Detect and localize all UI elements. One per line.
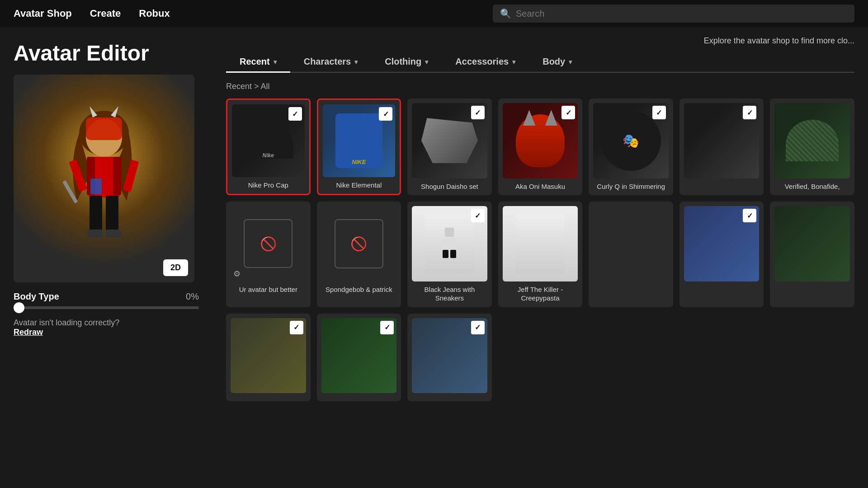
tab-accessories[interactable]: Accessories ▾	[442, 52, 529, 73]
item-name-oni: Aka Oni Masuku	[515, 182, 565, 191]
page-title: Avatar Editor	[14, 41, 199, 66]
item-check-badge: ✓	[561, 106, 575, 119]
nav-avatar-shop[interactable]: Avatar Shop	[14, 8, 72, 19]
item-card-row3-4[interactable]: ✓	[317, 314, 401, 402]
item-thumb-curly: 🎭 ✓	[593, 103, 669, 178]
body-type-slider[interactable]	[14, 306, 199, 309]
item-thumb-row2-6	[593, 206, 669, 282]
chevron-down-icon: ▾	[354, 58, 358, 66]
item-name-black-jeans: Black Jeans with Sneakers	[412, 285, 487, 303]
item-thumb-row3-5: ✓	[412, 318, 487, 394]
item-check-badge: ✓	[471, 321, 485, 334]
search-bar: 🔍	[493, 5, 854, 23]
item-card-shogun-daisho[interactable]: ✓ Shogun Daisho set	[407, 99, 492, 195]
item-thumb-nike-elemental: ✓	[323, 104, 396, 177]
svg-rect-16	[445, 228, 454, 237]
svg-rect-15	[90, 178, 102, 194]
item-card-black-jeans[interactable]: ✓ Black Jeans with Sneakers	[407, 202, 492, 307]
item-card-aka-oni[interactable]: ✓ Aka Oni Masuku	[498, 99, 583, 195]
item-thumb-row3-3: ✓	[231, 318, 306, 394]
item-card-ur-avatar[interactable]: 🚫 ⚙ Ur avatar but better	[226, 202, 311, 307]
slider-thumb[interactable]	[14, 302, 24, 313]
body-type-label: Body Type	[14, 291, 59, 302]
item-name-nike-pro-cap: Nike Pro Cap	[248, 181, 288, 190]
tab-clothing[interactable]: Clothing ▾	[371, 52, 442, 73]
svg-rect-18	[443, 250, 448, 258]
chevron-down-icon: ▾	[425, 58, 428, 66]
oni-image	[516, 114, 565, 167]
item-thumb-verified	[774, 103, 850, 178]
item-check-badge: ✓	[379, 107, 392, 121]
item-thumb-shogun: ✓	[412, 103, 487, 178]
redraw-link[interactable]: Redraw	[14, 328, 43, 337]
item-name-spongebob: Spondgebob & patrick	[326, 285, 392, 294]
item-name-jeff: Jeff The Killer - Creepypasta	[503, 285, 578, 303]
body-type-section: Body Type 0%	[14, 291, 199, 309]
item-card-row3-3[interactable]: ✓	[226, 314, 311, 402]
shogun-image	[421, 118, 478, 163]
unavail-image: 🚫	[244, 219, 292, 268]
item-thumb-row3-2	[774, 206, 850, 282]
chevron-down-icon: ▾	[512, 58, 515, 66]
item-check-badge: ✓	[743, 209, 756, 222]
svg-rect-8	[90, 196, 102, 232]
avatar-preview: 2D	[14, 75, 194, 282]
item-name-verified: Verified, Bonafide,	[785, 182, 840, 191]
item-card-row3-2[interactable]	[770, 202, 854, 307]
item-check-badge: ✓	[288, 107, 302, 121]
blackjeans-image	[425, 214, 474, 274]
plaid-cap-image	[786, 120, 839, 161]
item-card-jeff-killer[interactable]: Jeff The Killer - Creepypasta	[498, 202, 583, 307]
explore-text: Explore the avatar shop to find more clo…	[226, 36, 854, 46]
search-input[interactable]	[516, 9, 847, 19]
svg-rect-11	[105, 230, 121, 238]
left-panel: Avatar Editor	[0, 27, 212, 488]
item-card-nike-pro-cap[interactable]: ✓ Nike Pro Cap	[226, 99, 311, 195]
item-name-ur-avatar: Ur avatar but better	[239, 285, 297, 294]
item-card-nike-elemental[interactable]: ✓ Nike Elemental	[317, 99, 401, 195]
item-card-row2-6[interactable]	[589, 202, 673, 307]
jeff-image	[516, 214, 565, 274]
filter-tabs: Recent ▾ Characters ▾ Clothing ▾ Accesso…	[226, 52, 854, 73]
item-check-badge: ✓	[471, 106, 485, 119]
avatar-svg	[54, 93, 154, 264]
item-card-curly-shimmering[interactable]: 🎭 ✓ Curly Q in Shimmering	[589, 99, 673, 195]
right-panel: Explore the avatar shop to find more clo…	[212, 27, 868, 488]
item-card-row3-1[interactable]: ✓	[679, 202, 764, 307]
item-thumb-row3-4: ✓	[321, 318, 397, 394]
svg-rect-2	[86, 117, 122, 140]
item-thumb-black-jeans: ✓	[412, 206, 487, 282]
item-name-curly: Curly Q in Shimmering	[597, 182, 665, 191]
item-card-verified-bonafide[interactable]: Verified, Bonafide,	[770, 99, 854, 195]
items-grid: ✓ Nike Pro Cap ✓ Nike Elemental	[226, 99, 854, 401]
item-thumb-partial: ✓	[684, 103, 760, 178]
svg-rect-19	[450, 250, 456, 258]
nav-create[interactable]: Create	[90, 8, 121, 19]
svg-rect-7	[113, 157, 121, 195]
tab-recent[interactable]: Recent ▾	[226, 52, 290, 73]
nav-robux[interactable]: Robux	[139, 8, 170, 19]
tab-body[interactable]: Body ▾	[529, 52, 585, 73]
nike-cap-image	[243, 122, 293, 159]
item-thumb-nike-pro-cap: ✓	[232, 104, 305, 177]
item-check-badge: ✓	[652, 106, 666, 119]
chevron-down-icon: ▾	[569, 58, 572, 66]
tab-characters[interactable]: Characters ▾	[290, 52, 372, 73]
search-icon: 🔍	[500, 8, 511, 19]
btn-2d[interactable]: 2D	[163, 259, 188, 276]
gear-icon: ⚙	[233, 269, 241, 279]
item-thumb-ur-avatar: 🚫 ⚙	[231, 206, 306, 282]
item-name-nike-elemental: Nike Elemental	[336, 181, 382, 190]
item-card-partial[interactable]: ✓	[679, 99, 764, 195]
item-card-row3-5[interactable]: ✓	[407, 314, 492, 402]
breadcrumb: Recent > All	[226, 82, 854, 91]
svg-rect-10	[87, 230, 103, 238]
item-name-shogun: Shogun Daisho set	[421, 182, 478, 191]
item-thumb-row3-1: ✓	[684, 206, 760, 282]
item-card-spongebob[interactable]: 🚫 Spondgebob & patrick	[317, 202, 401, 307]
items-grid-wrapper: ✓ Nike Pro Cap ✓ Nike Elemental	[226, 99, 854, 401]
loading-message: Avatar isn't loading correctly?	[14, 318, 199, 328]
body-type-pct: 0%	[186, 291, 199, 302]
chevron-down-icon: ▾	[274, 58, 277, 66]
item-thumb-oni: ✓	[503, 103, 578, 178]
